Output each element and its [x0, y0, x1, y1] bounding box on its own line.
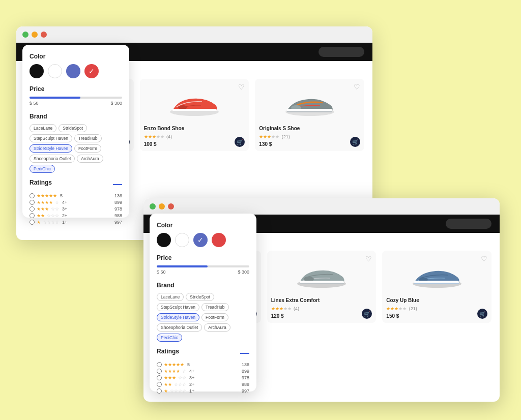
shoe-rating-2: ★★★★★ (4) [144, 131, 245, 140]
product-card-2: ♡ Enzo Bond Shoe ★★★★★ (4) [140, 79, 249, 151]
back-price-range: $ 50 $ 300 [30, 101, 122, 106]
front-rating-count-4: 899 [237, 369, 249, 374]
back-ratings-collapse[interactable] [113, 184, 122, 185]
rating-stars-2: ★★ [37, 213, 45, 218]
back-price-bar[interactable] [30, 97, 122, 99]
front-wishlist-icon-3[interactable]: ♡ [481, 255, 487, 263]
front-ratings-section: Ratings ★★★★★ 5 136 ★★★★☆ 4+ 899 ★★★☆☆ 3… [157, 348, 249, 394]
front-shoe-svg-2 [294, 257, 350, 293]
front-swatch-blue[interactable]: ✓ [193, 233, 208, 247]
rating-count-5: 136 [110, 193, 122, 198]
front-price-section: Price $ 50 $ 300 [157, 254, 249, 275]
product-card-3: ♡ Originals S Shoe ★★★★★ (21) [255, 79, 364, 151]
back-title-bar [16, 26, 372, 43]
rating-label-3: 3+ [62, 206, 67, 212]
filter-panel-back: Color ✓ Price $ 50 $ 300 Brand LaceLane … [22, 45, 129, 218]
front-price-bar[interactable] [157, 265, 249, 267]
brand-tag-pedichic[interactable]: PediChic [30, 165, 55, 173]
front-rating-row-5: ★★★★★ 5 136 [157, 362, 249, 367]
shoe-image-2 [144, 83, 245, 124]
shoe-price-2: 100 $ [144, 141, 245, 147]
wishlist-icon-3[interactable]: ♡ [354, 83, 360, 91]
front-brand-treadhub[interactable]: TreadHub [201, 303, 228, 311]
brand-tag-shoeophoria[interactable]: Shoeophoria Outlet [30, 155, 75, 163]
shoe-rating-3: ★★★★★ (21) [259, 131, 360, 140]
rating-row-4: ★★★★☆ 4+ 899 [30, 200, 122, 205]
rating-label-1: 1+ [62, 220, 67, 225]
front-swatch-white[interactable] [175, 233, 189, 247]
back-price-fill [30, 97, 80, 99]
svg-point-5 [178, 105, 187, 109]
front-brand-stridespot[interactable]: StrideSpot [186, 293, 214, 301]
rating-label-5: 5 [60, 193, 63, 198]
front-ratings-header: Ratings [157, 348, 249, 359]
rating-radio-5[interactable] [30, 193, 35, 198]
front-brand-pedichic[interactable]: PediChic [157, 334, 182, 342]
rating-stars-4: ★★★★ [37, 200, 53, 205]
front-rating-radio-5[interactable] [157, 362, 162, 367]
back-brand-section: Brand LaceLane StrideSpot StepSculpt Hav… [30, 113, 122, 173]
rating-radio-4[interactable] [30, 200, 35, 205]
svg-rect-11 [287, 111, 332, 112]
brand-tag-stepsculpt[interactable]: StepSculpt Haven [30, 134, 72, 142]
dot-red [41, 32, 47, 38]
back-brand-label: Brand [30, 113, 122, 120]
back-price-section: Price $ 50 $ 300 [30, 85, 122, 106]
rating-row-1: ★☆☆☆☆ 1+ 997 [30, 220, 122, 225]
front-rating-radio-2[interactable] [157, 382, 162, 387]
front-search-bar[interactable] [446, 219, 491, 229]
shoe-svg-2 [166, 85, 222, 121]
brand-tag-stridespot[interactable]: StrideSpot [59, 124, 87, 132]
front-brand-archaura[interactable]: ArchAura [204, 323, 230, 332]
front-rating-radio-4[interactable] [157, 369, 162, 374]
front-product-card-2: ♡ Lines Extra Comfort ★★★★★ (4) [267, 251, 377, 323]
front-swatch-black[interactable] [157, 233, 171, 247]
shoe-name-2: Enzo Bond Shoe [144, 126, 245, 131]
brand-tag-footform[interactable]: FootForm [74, 144, 101, 153]
brand-tag-archaura[interactable]: ArchAura [77, 155, 103, 163]
front-brand-shoeophoria[interactable]: Shoeophoria Outlet [157, 323, 202, 332]
front-rating-count-5: 136 [237, 362, 249, 367]
swatch-white-back[interactable] [48, 64, 62, 78]
front-brand-stepsculpt[interactable]: StepSculpt Haven [157, 303, 199, 311]
back-price-min: $ 50 [30, 101, 39, 106]
front-rating-row-4: ★★★★☆ 4+ 899 [157, 369, 249, 374]
front-rating-row-2: ★★☆☆☆ 2+ 988 [157, 382, 249, 387]
front-brand-lacelane[interactable]: LaceLane [157, 293, 184, 301]
swatch-blue-back[interactable] [66, 64, 80, 78]
wishlist-icon-2[interactable]: ♡ [238, 83, 245, 91]
front-rating-radio-3[interactable] [157, 375, 162, 380]
rating-radio-3[interactable] [30, 206, 35, 212]
swatch-red-back[interactable]: ✓ [84, 64, 99, 78]
rating-stars-1: ★ [37, 220, 41, 225]
front-rating-radio-1[interactable] [157, 388, 162, 394]
front-shoe-price-3: 150 $ [386, 313, 487, 319]
front-rating-label-3: 3+ [189, 375, 194, 380]
front-rating-label-5: 5 [187, 362, 190, 367]
front-brand-stridestyle[interactable]: StrideStyle Haven [157, 313, 199, 321]
swatch-black-back[interactable] [30, 64, 44, 78]
rating-count-2: 988 [110, 213, 122, 218]
front-shoe-price-2: 120 $ [271, 313, 372, 319]
front-wishlist-icon-2[interactable]: ♡ [365, 255, 372, 263]
search-bar[interactable] [319, 47, 364, 57]
rating-radio-2[interactable] [30, 213, 35, 218]
svg-rect-7 [172, 111, 217, 112]
brand-tag-lacelane[interactable]: LaceLane [30, 124, 56, 132]
front-shoe-name-2: Lines Extra Comfort [271, 297, 372, 303]
front-rating-stars-1: ★ [164, 388, 168, 394]
rating-row-3: ★★★☆☆ 3+ 978 [30, 206, 122, 212]
cart-button-3[interactable]: 🛒 [350, 137, 360, 147]
front-cart-button-3[interactable]: 🛒 [477, 309, 487, 319]
shoe-svg-3 [282, 85, 338, 121]
front-ratings-collapse[interactable] [240, 353, 249, 354]
dot-yellow [32, 32, 38, 38]
rating-radio-1[interactable] [30, 220, 35, 225]
brand-tag-treadhub[interactable]: TreadHub [74, 134, 101, 142]
brand-tag-stridestyle[interactable]: StrideStyle Haven [30, 144, 72, 153]
front-title-bar [143, 198, 500, 215]
front-brand-footform[interactable]: FootForm [201, 313, 228, 321]
front-swatch-red[interactable] [212, 233, 226, 247]
front-rating-label-1: 1+ [189, 388, 194, 394]
front-price-fill [157, 265, 208, 267]
